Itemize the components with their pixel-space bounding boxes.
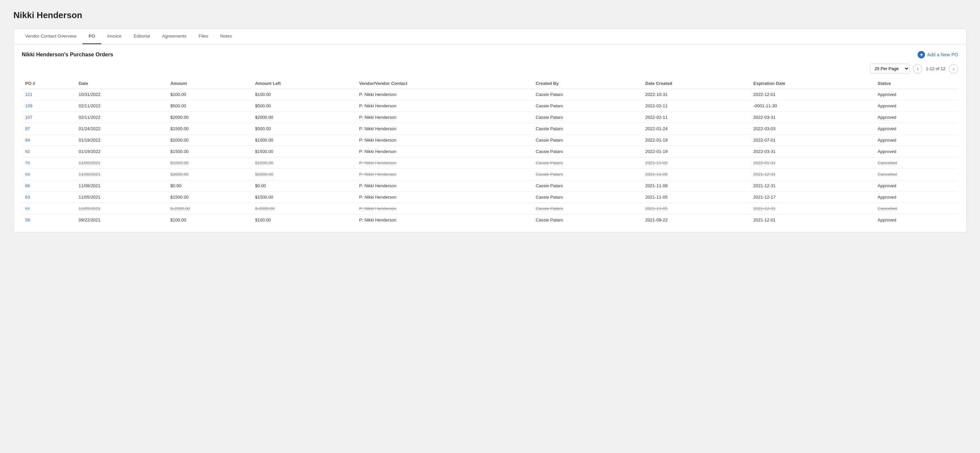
cell-date-created: 2022-10-31 (642, 89, 750, 100)
cell-vendor: P: Nikki Henderson (356, 134, 532, 146)
table-row: 10902/11/2022$500.00$500.00P: Nikki Hend… (22, 100, 958, 112)
cell-date-created: 2021-11-05 (642, 203, 750, 214)
cell-amount: $-2000.00 (167, 203, 252, 214)
add-po-button[interactable]: + Add a New PO (918, 51, 958, 58)
cell-date: 11/08/2021 (75, 157, 167, 169)
cell-date: 11/05/2021 (75, 203, 167, 214)
per-page-select[interactable]: 25 Per Page 50 Per Page 100 Per Page (870, 64, 910, 73)
cell-status: Approved (874, 112, 958, 123)
cell-date-created: 2021-11-05 (642, 191, 750, 203)
cell-amount: $0.00 (167, 180, 252, 191)
cell-status: Approved (874, 100, 958, 112)
table-header: PO # Date Amount Amount Left Vendor/Vend… (22, 78, 958, 89)
cell-vendor: P: Nikki Henderson (356, 180, 532, 191)
po-link[interactable]: 121 (25, 92, 33, 97)
po-link[interactable]: 94 (25, 137, 30, 143)
cell-date-created: 2022-02-11 (642, 100, 750, 112)
cell-expiration: -0001-11-30 (750, 100, 874, 112)
cell-date: 01/19/2022 (75, 146, 167, 157)
tab-invoice[interactable]: Invoice (101, 29, 128, 44)
cell-po: 63 (22, 191, 75, 203)
cell-amount: $500.00 (167, 100, 252, 112)
cell-amount-left: $1500.00 (251, 146, 355, 157)
cell-created-by: Cassie Pataro (532, 180, 642, 191)
cell-amount: $1000.00 (167, 134, 252, 146)
cell-status: Cancelled (874, 169, 958, 180)
cell-amount-left: $2000.00 (251, 112, 355, 123)
cell-amount: $1000.00 (167, 157, 252, 169)
add-icon: + (918, 51, 925, 58)
cell-date-created: 2022-01-24 (642, 123, 750, 134)
cell-status: Approved (874, 214, 958, 226)
cell-vendor: P: Nikki Henderson (356, 89, 532, 100)
cell-amount-left: $2000.00 (251, 169, 355, 180)
po-link[interactable]: 109 (25, 103, 33, 108)
table-row: 9401/19/2022$1000.00$1000.00P: Nikki Hen… (22, 134, 958, 146)
col-created-by: Created By (532, 78, 642, 89)
po-link[interactable]: 58 (25, 217, 30, 222)
next-page-button[interactable]: › (949, 64, 958, 73)
cell-vendor: P: Nikki Henderson (356, 157, 532, 169)
cell-amount-left: $0.00 (251, 180, 355, 191)
cell-amount-left: $1000.00 (251, 134, 355, 146)
tab-editorial[interactable]: Editorial (127, 29, 156, 44)
prev-page-button[interactable]: ‹ (913, 64, 922, 73)
col-amount-left: Amount Left (251, 78, 355, 89)
cell-date: 01/19/2022 (75, 134, 167, 146)
cell-status: Cancelled (874, 157, 958, 169)
cell-created-by: Cassie Pataro (532, 214, 642, 226)
cell-vendor: P: Nikki Henderson (356, 203, 532, 214)
po-link[interactable]: 70 (25, 160, 30, 166)
cell-amount-left: $100.00 (251, 214, 355, 226)
cell-vendor: P: Nikki Henderson (356, 169, 532, 180)
tab-files[interactable]: Files (192, 29, 214, 44)
cell-date: 11/08/2021 (75, 180, 167, 191)
cell-date-created: 2021-11-08 (642, 180, 750, 191)
tab-notes[interactable]: Notes (214, 29, 238, 44)
cell-expiration: 2021-12-17 (750, 191, 874, 203)
cell-status: Approved (874, 134, 958, 146)
cell-vendor: P: Nikki Henderson (356, 146, 532, 157)
cell-expiration: 2022-03-31 (750, 146, 874, 157)
po-link[interactable]: 61 (25, 206, 30, 211)
section-title: Nikki Henderson's Purchase Orders (22, 52, 113, 58)
po-link[interactable]: 63 (25, 195, 30, 199)
cell-created-by: Cassie Pataro (532, 100, 642, 112)
cell-created-by: Cassie Pataro (532, 157, 642, 169)
table-body: 12110/31/2022$100.00$100.00P: Nikki Hend… (22, 89, 958, 226)
cell-amount: $2000.00 (167, 112, 252, 123)
cell-date: 02/11/2022 (75, 112, 167, 123)
cell-vendor: P: Nikki Henderson (356, 214, 532, 226)
po-link[interactable]: 97 (25, 126, 30, 131)
cell-date: 10/31/2022 (75, 89, 167, 100)
cell-date: 01/24/2022 (75, 123, 167, 134)
cell-po: 68 (22, 169, 75, 180)
po-link[interactable]: 107 (25, 115, 33, 120)
table-row: 9701/24/2022$1500.00$500.00P: Nikki Hend… (22, 123, 958, 134)
card-body: Nikki Henderson's Purchase Orders + Add … (14, 44, 966, 232)
po-link[interactable]: 68 (25, 172, 30, 177)
pagination-bar: 25 Per Page 50 Per Page 100 Per Page ‹ 1… (22, 64, 958, 73)
cell-po: 107 (22, 112, 75, 123)
po-link[interactable]: 66 (25, 183, 30, 188)
cell-vendor: P: Nikki Henderson (356, 100, 532, 112)
cell-status: Approved (874, 180, 958, 191)
cell-created-by: Cassie Pataro (532, 169, 642, 180)
cell-created-by: Cassie Pataro (532, 89, 642, 100)
table-row: 7011/08/2021$1000.00$1000.00P: Nikki Hen… (22, 157, 958, 169)
tab-vendor-contact-overview[interactable]: Vendor Contact Overview (19, 29, 83, 44)
cell-amount-left: $500.00 (251, 123, 355, 134)
cell-status: Approved (874, 191, 958, 203)
cell-amount: $1500.00 (167, 191, 252, 203)
cell-po: 61 (22, 203, 75, 214)
cell-status: Approved (874, 146, 958, 157)
cell-created-by: Cassie Pataro (532, 134, 642, 146)
cell-amount: $100.00 (167, 89, 252, 100)
cell-date-created: 2022-02-11 (642, 112, 750, 123)
po-link[interactable]: 92 (25, 149, 30, 154)
col-expiration: Expiration Date (750, 78, 874, 89)
tab-agreements[interactable]: Agreements (156, 29, 192, 44)
tab-po[interactable]: PO (83, 29, 101, 44)
cell-date-created: 2021-11-08 (642, 157, 750, 169)
col-date-created: Date Created (642, 78, 750, 89)
